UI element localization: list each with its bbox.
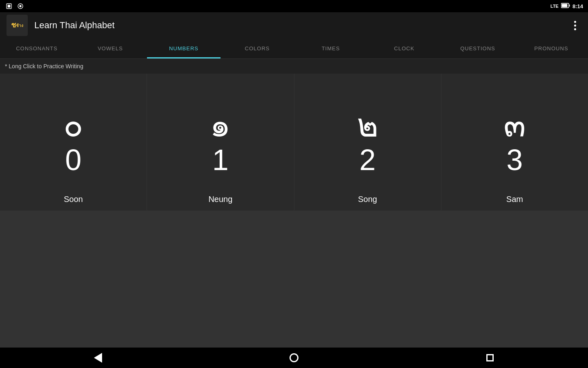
card-0-number: 0 — [65, 145, 82, 175]
svg-rect-1 — [8, 5, 11, 8]
subtitle-text: * Long Click to Practice Writing — [5, 63, 83, 70]
card-1-label: Neung — [147, 195, 294, 204]
logo-subtext: ช้าง — [16, 23, 23, 28]
card-1[interactable]: ๑ 1 Neung — [147, 74, 294, 211]
card-1-number: 1 — [212, 145, 229, 175]
home-icon — [290, 353, 298, 362]
card-2-thai: ๒ — [357, 109, 379, 142]
logo-char: ช — [11, 21, 16, 29]
back-icon — [94, 353, 102, 363]
card-3-label: Sam — [441, 195, 588, 204]
numbers-grid: ๐ 0 Soon ๑ 1 Neung ๒ 2 Song ๓ 3 Sam — [0, 74, 588, 348]
tab-colors[interactable]: COLORS — [220, 38, 294, 58]
app-logo: ช ช้าง — [7, 15, 28, 36]
card-2-label: Song — [294, 195, 441, 204]
notification-icon-2 — [16, 2, 24, 10]
card-1-thai: ๑ — [210, 109, 231, 142]
recent-icon — [486, 354, 494, 361]
svg-rect-5 — [569, 4, 570, 7]
subtitle-bar: * Long Click to Practice Writing — [0, 59, 588, 74]
app-bar: ช ช้าง Learn Thai Alphabet — [0, 12, 588, 38]
navigation-bar — [0, 348, 588, 368]
home-button[interactable] — [282, 350, 306, 366]
card-3-number: 3 — [506, 145, 523, 175]
tab-vowels[interactable]: VOWELS — [74, 38, 147, 58]
status-bar-left — [5, 2, 24, 10]
tab-clock[interactable]: CLOCK — [368, 38, 441, 58]
card-3[interactable]: ๓ 3 Sam — [441, 74, 588, 211]
lte-icon: LTE — [550, 4, 559, 9]
card-2-number: 2 — [359, 145, 376, 175]
svg-point-3 — [19, 5, 21, 7]
tab-pronouns[interactable]: PRONOUNS — [514, 38, 588, 58]
card-3-thai: ๓ — [503, 109, 526, 142]
card-0[interactable]: ๐ 0 Soon — [0, 74, 147, 211]
app-title: Learn Thai Alphabet — [34, 20, 562, 31]
more-options-button[interactable] — [568, 19, 581, 32]
status-time: 8:14 — [572, 3, 583, 9]
tab-bar: CONSONANTS VOWELS NUMBERS COLORS TIMES C… — [0, 38, 588, 59]
svg-rect-6 — [561, 4, 567, 7]
card-2[interactable]: ๒ 2 Song — [294, 74, 441, 211]
status-bar: LTE 8:14 — [0, 0, 588, 12]
tab-times[interactable]: TIMES — [294, 38, 368, 58]
tab-consonants[interactable]: CONSONANTS — [0, 38, 74, 58]
tab-questions[interactable]: QUESTIONS — [441, 38, 514, 58]
battery-icon — [561, 2, 570, 10]
tab-numbers[interactable]: NUMBERS — [147, 38, 220, 58]
notification-icon-1 — [5, 2, 13, 10]
recent-button[interactable] — [478, 350, 502, 366]
card-0-label: Soon — [0, 195, 147, 204]
card-0-thai: ๐ — [63, 109, 83, 142]
back-button[interactable] — [86, 350, 110, 366]
